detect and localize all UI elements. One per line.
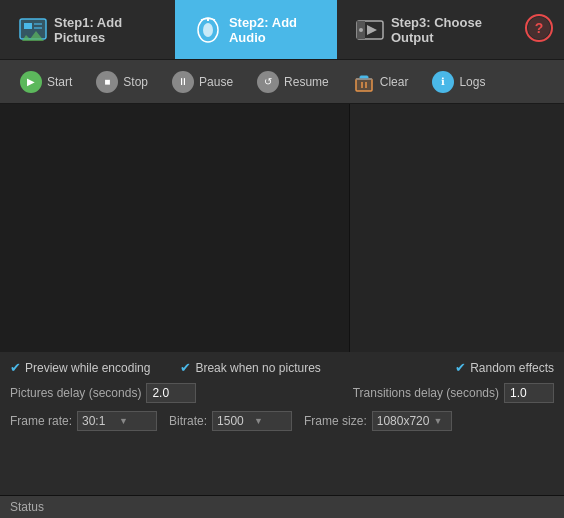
framesize-combo[interactable]: 1080x720 ▼: [372, 411, 452, 431]
top-navigation: Step1: Add Pictures Step2: Add Audio Ste…: [0, 0, 564, 60]
transitions-delay-label: Transitions delay (seconds): [353, 386, 499, 400]
status-bar: Status: [0, 495, 564, 518]
resume-icon: ↺: [257, 71, 279, 93]
resume-button[interactable]: ↺ Resume: [247, 67, 339, 97]
stop-label: Stop: [123, 75, 148, 89]
pictures-delay-label: Pictures delay (seconds): [10, 386, 141, 400]
side-panel: [350, 104, 564, 352]
framesize-label: Frame size:: [304, 414, 367, 428]
step3-icon: [355, 14, 385, 46]
svg-rect-17: [356, 79, 372, 91]
framesize-value: 1080x720: [377, 414, 430, 428]
pictures-delay-group: Pictures delay (seconds): [10, 383, 196, 403]
start-button[interactable]: ▶ Start: [10, 67, 82, 97]
svg-marker-10: [367, 25, 377, 35]
step2-icon: [193, 14, 223, 46]
status-label: Status: [10, 500, 44, 514]
checkbox-row: ✔ Preview while encoding ✔ Break when no…: [10, 360, 554, 375]
clear-icon: [353, 71, 375, 93]
random-label: Random effects: [470, 361, 554, 375]
framerate-value: 30:1: [82, 414, 115, 428]
encoding-fields-row: Frame rate: 30:1 ▼ Bitrate: 1500 ▼ Frame…: [10, 411, 554, 431]
step2-tab[interactable]: Step2: Add Audio: [175, 0, 337, 59]
preview-panel: [0, 104, 350, 352]
bitrate-arrow-icon: ▼: [254, 416, 287, 426]
pictures-delay-input[interactable]: [146, 383, 196, 403]
step1-icon: [18, 14, 48, 46]
random-checkbox[interactable]: ✔ Random effects: [455, 360, 554, 375]
logs-button[interactable]: ℹ Logs: [422, 67, 495, 97]
step1-tab[interactable]: Step1: Add Pictures: [0, 0, 175, 59]
break-check-icon: ✔: [180, 360, 191, 375]
clear-button[interactable]: Clear: [343, 67, 419, 97]
step3-label: Step3: Choose Output: [391, 15, 506, 45]
svg-rect-3: [34, 23, 42, 25]
framesize-group: Frame size: 1080x720 ▼: [304, 411, 452, 431]
help-icon[interactable]: ?: [524, 13, 564, 46]
preview-label: Preview while encoding: [25, 361, 150, 375]
controls-area: ✔ Preview while encoding ✔ Break when no…: [0, 352, 564, 431]
svg-text:?: ?: [535, 20, 544, 36]
stop-button[interactable]: ■ Stop: [86, 67, 158, 97]
resume-label: Resume: [284, 75, 329, 89]
start-icon: ▶: [20, 71, 42, 93]
bitrate-group: Bitrate: 1500 ▼: [169, 411, 292, 431]
break-checkbox[interactable]: ✔ Break when no pictures: [180, 360, 320, 375]
framerate-group: Frame rate: 30:1 ▼: [10, 411, 157, 431]
transitions-delay-group: Transitions delay (seconds): [353, 383, 554, 403]
toolbar: ▶ Start ■ Stop ⏸ Pause ↺ Resume Clear ℹ …: [0, 60, 564, 104]
pause-label: Pause: [199, 75, 233, 89]
svg-point-12: [359, 28, 363, 32]
step2-label: Step2: Add Audio: [229, 15, 319, 45]
logs-icon: ℹ: [432, 71, 454, 93]
bitrate-label: Bitrate:: [169, 414, 207, 428]
stop-icon: ■: [96, 71, 118, 93]
framesize-arrow-icon: ▼: [433, 416, 446, 426]
logs-label: Logs: [459, 75, 485, 89]
start-label: Start: [47, 75, 72, 89]
svg-rect-4: [34, 27, 42, 29]
svg-point-7: [203, 23, 213, 37]
framerate-label: Frame rate:: [10, 414, 72, 428]
bitrate-value: 1500: [217, 414, 250, 428]
main-area: [0, 104, 564, 352]
random-check-icon: ✔: [455, 360, 466, 375]
clear-label: Clear: [380, 75, 409, 89]
bitrate-combo[interactable]: 1500 ▼: [212, 411, 292, 431]
svg-rect-2: [24, 23, 32, 29]
preview-checkbox[interactable]: ✔ Preview while encoding: [10, 360, 150, 375]
break-label: Break when no pictures: [195, 361, 320, 375]
delay-fields-row: Pictures delay (seconds) Transitions del…: [10, 383, 554, 403]
transitions-delay-input[interactable]: [504, 383, 554, 403]
framerate-combo[interactable]: 30:1 ▼: [77, 411, 157, 431]
pause-icon: ⏸: [172, 71, 194, 93]
framerate-arrow-icon: ▼: [119, 416, 152, 426]
step3-tab[interactable]: Step3: Choose Output: [337, 0, 524, 59]
step1-label: Step1: Add Pictures: [54, 15, 157, 45]
pause-button[interactable]: ⏸ Pause: [162, 67, 243, 97]
preview-check-icon: ✔: [10, 360, 21, 375]
